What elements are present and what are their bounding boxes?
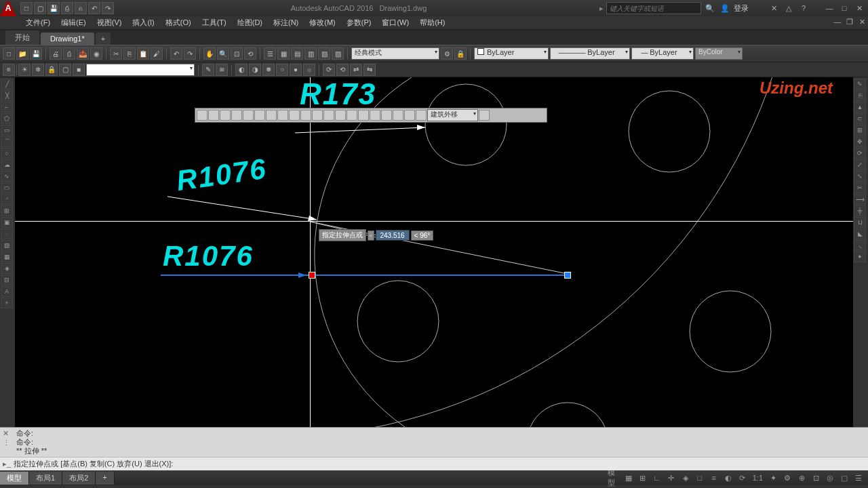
osnap-icon[interactable]: □ <box>693 472 707 484</box>
layeroff-icon[interactable]: ○ <box>276 64 288 76</box>
pline-icon[interactable]: ⌐ <box>1 102 13 113</box>
break-icon[interactable]: ╪ <box>854 205 866 216</box>
move-icon[interactable]: ✥ <box>854 136 866 147</box>
lwt-icon[interactable]: ≡ <box>707 472 721 484</box>
mtext-icon[interactable]: A <box>1 286 13 297</box>
3ddwf-icon[interactable]: ◉ <box>90 47 102 60</box>
qat-new-icon[interactable]: □ <box>20 2 33 14</box>
qat-saveas-icon[interactable]: ⎙ <box>61 2 73 14</box>
new-icon[interactable]: □ <box>3 47 15 60</box>
transparency-icon[interactable]: ◐ <box>722 472 735 484</box>
spline-icon[interactable]: ∿ <box>1 171 13 182</box>
ws-lock-icon[interactable]: 🔒 <box>454 47 467 60</box>
dyn-distance-input[interactable] <box>376 230 410 241</box>
maximize-button[interactable]: □ <box>838 3 850 14</box>
lineweight-dropdown[interactable]: — ByLayer <box>631 47 694 60</box>
cleanscreen-icon[interactable]: ▢ <box>837 472 851 484</box>
close-button[interactable]: ✕ <box>853 3 865 14</box>
markup-icon[interactable]: ▧ <box>318 47 330 60</box>
tab-start[interactable]: 开始 <box>5 30 39 45</box>
user-icon[interactable]: 👤 <box>719 3 731 14</box>
layerplot-icon[interactable]: ▢ <box>59 64 71 76</box>
line-icon[interactable]: ╱ <box>1 79 13 89</box>
layerthaw-icon[interactable]: ☼ <box>303 64 315 76</box>
tab-model[interactable]: 模型 <box>0 472 29 485</box>
dimang-icon[interactable] <box>277 110 288 121</box>
grip-endpoint[interactable] <box>564 272 571 279</box>
layer-icon[interactable]: ≡ <box>3 64 15 76</box>
pan-icon[interactable]: ✋ <box>203 47 216 60</box>
menu-window[interactable]: 窗口(W) <box>376 16 414 29</box>
tab-add-layout[interactable]: + <box>96 472 114 485</box>
erase-icon[interactable]: ✎ <box>854 79 866 89</box>
search-icon[interactable]: 🔍 <box>704 3 716 14</box>
color-dropdown[interactable]: ByLayer <box>474 47 549 60</box>
layermatch-icon[interactable]: ≋ <box>216 64 228 76</box>
rotate-icon[interactable]: ⟳ <box>854 148 866 159</box>
dimbreak-icon[interactable] <box>335 110 346 121</box>
qat-open-icon[interactable]: ▢ <box>34 2 46 14</box>
cycling-icon[interactable]: ⟳ <box>736 472 749 484</box>
workspace-dropdown[interactable]: 经典模式 <box>351 47 439 60</box>
ortho-icon[interactable]: ∟ <box>650 472 664 484</box>
sheetset-icon[interactable]: ▥ <box>304 47 317 60</box>
redo-icon[interactable]: ↷ <box>184 47 196 60</box>
preview-icon[interactable]: ⎙ <box>63 47 75 60</box>
dimarc-icon[interactable] <box>220 110 231 121</box>
menu-tools[interactable]: 工具(T) <box>197 16 232 29</box>
polygon-icon[interactable]: ⬠ <box>1 113 13 124</box>
wsswitch-icon[interactable]: ⚙ <box>781 472 794 484</box>
extend-icon[interactable]: ⟶ <box>854 194 866 205</box>
dimjogline-icon[interactable] <box>381 110 392 121</box>
join-icon[interactable]: ⊔ <box>854 217 866 228</box>
dimstyle-dropdown[interactable]: 建筑外移 <box>427 109 478 121</box>
plot-icon[interactable]: 🖨 <box>50 47 62 60</box>
region-icon[interactable]: ◈ <box>1 263 13 274</box>
hatch-icon[interactable]: ▨ <box>1 240 13 251</box>
tab-layout2[interactable]: 布局2 <box>62 472 96 485</box>
dimjog-icon[interactable] <box>254 110 265 121</box>
layeron2-icon[interactable]: ● <box>290 64 302 76</box>
menu-parametric[interactable]: 参数(P) <box>341 16 377 29</box>
infocenter-arrow-icon[interactable]: ▸ <box>599 4 604 13</box>
app-logo[interactable]: A <box>0 0 16 16</box>
layermore3-icon[interactable]: ⇄ <box>350 64 362 76</box>
login-link[interactable]: 登录 <box>734 3 749 14</box>
dimaligned-icon[interactable] <box>208 110 219 121</box>
plotstyle-dropdown[interactable]: ByColor <box>695 47 743 60</box>
command-line[interactable]: ▸_ 指定拉伸点或 [基点(B) 复制(C) 放弃(U) 退出(X)]: <box>0 458 868 470</box>
tab-layout1[interactable]: 布局1 <box>29 472 62 485</box>
matchprop-icon[interactable]: 🖌 <box>151 47 163 60</box>
point-icon[interactable]: · <box>1 228 13 239</box>
zoom-icon[interactable]: 🔍 <box>217 47 229 60</box>
doc-close-button[interactable]: ✕ <box>856 16 868 27</box>
tab-new[interactable]: + <box>96 33 111 45</box>
stayconnected-icon[interactable]: △ <box>783 3 795 14</box>
layermore2-icon[interactable]: ⟲ <box>336 64 349 76</box>
grip-hot[interactable] <box>309 272 315 279</box>
arc-icon[interactable]: ⌒ <box>1 136 13 147</box>
hardware-icon[interactable]: ⊡ <box>809 472 823 484</box>
dimcont-icon[interactable] <box>312 110 323 121</box>
qat-plot-icon[interactable]: ⎌ <box>75 2 87 14</box>
tab-drawing1[interactable]: Drawing1* <box>41 33 94 45</box>
help-icon[interactable]: ? <box>797 3 810 14</box>
annomonitor-icon[interactable]: ⊕ <box>795 472 808 484</box>
table-icon[interactable]: ⊟ <box>1 274 13 285</box>
layermore4-icon[interactable]: ⇆ <box>363 64 376 76</box>
dimdia-icon[interactable] <box>266 110 277 121</box>
layerfrz-icon[interactable]: ❅ <box>262 64 275 76</box>
chamfer-icon[interactable]: ◣ <box>854 228 866 239</box>
search-input[interactable] <box>606 2 701 14</box>
doc-minimize-button[interactable]: — <box>831 16 844 27</box>
centermark-icon[interactable] <box>358 110 369 121</box>
gradient-icon[interactable]: ▦ <box>1 251 13 262</box>
dimquick-icon[interactable] <box>289 110 300 121</box>
layermore1-icon[interactable]: ⟳ <box>323 64 335 76</box>
properties-icon[interactable]: ☰ <box>264 47 276 60</box>
scale-icon[interactable]: ⤢ <box>854 159 866 170</box>
dimlinear-icon[interactable] <box>197 110 208 121</box>
layercolor-icon[interactable]: ■ <box>73 64 85 76</box>
open-icon[interactable]: 📁 <box>16 47 28 60</box>
exchange-icon[interactable]: ✕ <box>768 3 780 14</box>
